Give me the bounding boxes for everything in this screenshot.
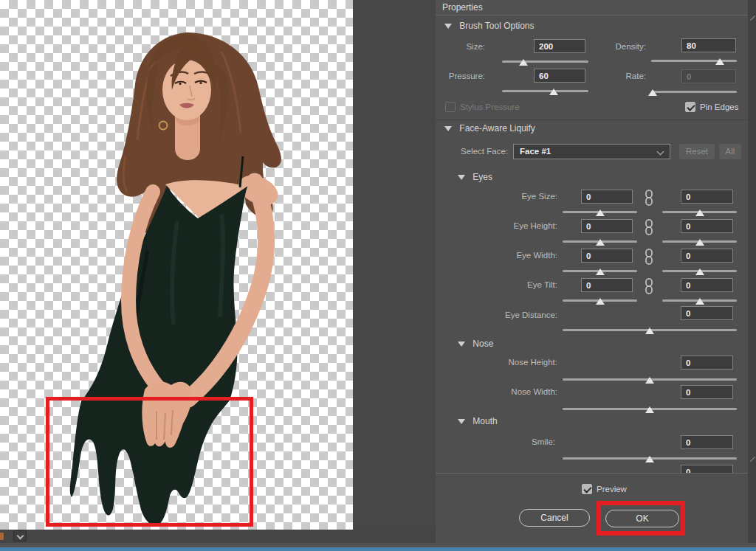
slider-thumb[interactable]	[596, 209, 605, 216]
nose-width-label: Nose Width:	[469, 387, 557, 396]
all-button[interactable]: All	[719, 144, 741, 159]
eye-width-right-slider[interactable]	[662, 268, 737, 277]
face-aware-liquify-header[interactable]: Face-Aware Liquify	[444, 123, 535, 134]
liquify-dialog: Properties Brush Tool Options Size: Dens…	[0, 0, 756, 551]
eye-height-right-slider[interactable]	[662, 238, 737, 247]
panel-title: Properties	[436, 0, 748, 15]
slider-thumb[interactable]	[596, 268, 605, 275]
pin-edges-label: Pin Edges	[700, 103, 738, 111]
slider-thumb[interactable]	[645, 406, 654, 413]
highlight-rectangle-ok	[597, 501, 685, 536]
eye-tilt-label: Eye Tilt:	[469, 280, 557, 289]
panel-scrollbar[interactable]	[748, 0, 756, 543]
select-face-dropdown[interactable]: Face #1	[513, 144, 670, 159]
triangle-down-icon	[458, 419, 465, 424]
size-label: Size:	[441, 42, 485, 51]
chevron-down-icon	[17, 533, 24, 540]
triangle-down-icon	[458, 175, 465, 180]
pressure-input[interactable]	[534, 69, 585, 83]
eye-distance-label: Eye Distance:	[469, 311, 557, 319]
smile-input[interactable]	[681, 435, 733, 449]
slider-thumb[interactable]	[596, 298, 605, 305]
rate-input	[681, 69, 736, 83]
size-slider[interactable]	[502, 58, 588, 67]
slider-thumb[interactable]	[519, 59, 528, 66]
eye-tilt-right-input[interactable]	[681, 278, 733, 292]
size-input[interactable]	[534, 39, 585, 53]
nose-width-input[interactable]	[681, 385, 733, 399]
eye-height-label: Eye Height:	[469, 221, 557, 230]
eye-size-right-slider[interactable]	[662, 209, 737, 218]
link-icon[interactable]	[645, 249, 653, 265]
eye-width-left-input[interactable]	[581, 249, 633, 263]
nose-height-slider[interactable]	[563, 376, 737, 385]
dialog-footer: Preview Cancel OK	[436, 473, 748, 543]
smile-slider[interactable]	[563, 455, 737, 464]
pressure-slider[interactable]	[502, 88, 588, 97]
eye-size-label: Eye Size:	[469, 192, 557, 201]
slider-thumb[interactable]	[596, 239, 605, 246]
partially-visible-input[interactable]	[681, 465, 733, 473]
eye-width-right-input[interactable]	[681, 249, 733, 263]
slider-thumb	[648, 89, 657, 96]
link-icon[interactable]	[645, 219, 653, 235]
slider-thumb[interactable]	[645, 377, 654, 384]
pin-edges-checkbox[interactable]	[685, 102, 695, 112]
triangle-down-icon	[458, 342, 465, 347]
eye-size-left-input[interactable]	[581, 190, 633, 204]
link-icon[interactable]	[645, 278, 653, 294]
properties-panel: Properties Brush Tool Options Size: Dens…	[436, 0, 748, 543]
preview-label: Preview	[597, 485, 627, 493]
select-face-label: Select Face:	[449, 147, 508, 156]
triangle-down-icon	[444, 126, 452, 131]
density-slider[interactable]	[651, 58, 737, 66]
cancel-button[interactable]: Cancel	[519, 509, 590, 527]
eye-tilt-left-slider[interactable]	[563, 297, 637, 306]
eyes-section-header[interactable]: Eyes	[458, 172, 492, 182]
stylus-pressure-checkbox[interactable]	[445, 102, 456, 112]
window-bottom-accent	[0, 547, 756, 551]
chevron-down-icon	[657, 148, 664, 156]
density-label: Density:	[594, 42, 646, 51]
brush-tool-options-header[interactable]: Brush Tool Options	[444, 21, 535, 31]
mouth-section-header[interactable]: Mouth	[458, 416, 498, 426]
slider-thumb[interactable]	[695, 268, 704, 275]
slider-thumb[interactable]	[549, 89, 558, 95]
preview-checkbox[interactable]	[582, 484, 592, 494]
pressure-label: Pressure:	[441, 72, 485, 80]
eye-size-left-slider[interactable]	[563, 209, 637, 218]
nose-section-header[interactable]: Nose	[458, 339, 493, 349]
link-icon[interactable]	[645, 190, 653, 206]
slider-thumb[interactable]	[695, 209, 704, 216]
eye-tilt-right-slider[interactable]	[662, 297, 737, 306]
slider-thumb[interactable]	[695, 298, 704, 305]
slider-thumb[interactable]	[715, 58, 724, 65]
eye-width-label: Eye Width:	[469, 251, 557, 260]
nose-width-slider[interactable]	[563, 406, 737, 415]
highlight-rectangle-canvas	[46, 397, 253, 527]
pasteboard	[353, 0, 436, 543]
slider-thumb[interactable]	[695, 239, 704, 246]
rate-slider	[651, 89, 737, 97]
eye-height-left-slider[interactable]	[563, 238, 637, 247]
eye-height-left-input[interactable]	[581, 219, 633, 233]
rate-label: Rate:	[594, 72, 646, 80]
status-partial-text	[0, 533, 4, 540]
eye-distance-input[interactable]	[681, 306, 733, 320]
eye-size-right-input[interactable]	[681, 190, 733, 204]
zoom-level-dropdown-button[interactable]	[13, 530, 27, 541]
scrollbar-grip-icon	[750, 457, 755, 462]
eye-width-left-slider[interactable]	[563, 268, 637, 277]
stylus-pressure-label: Stylus Pressure	[460, 103, 520, 111]
nose-height-input[interactable]	[681, 356, 733, 370]
triangle-down-icon	[444, 24, 452, 29]
section-divider	[436, 119, 748, 120]
density-input[interactable]	[681, 38, 736, 52]
slider-thumb[interactable]	[645, 328, 654, 334]
nose-height-label: Nose Height:	[469, 358, 557, 367]
reset-button[interactable]: Reset	[679, 144, 715, 159]
eye-tilt-left-input[interactable]	[581, 278, 633, 292]
eye-distance-slider[interactable]	[563, 327, 737, 336]
eye-height-right-input[interactable]	[681, 219, 733, 233]
slider-thumb[interactable]	[645, 456, 654, 462]
